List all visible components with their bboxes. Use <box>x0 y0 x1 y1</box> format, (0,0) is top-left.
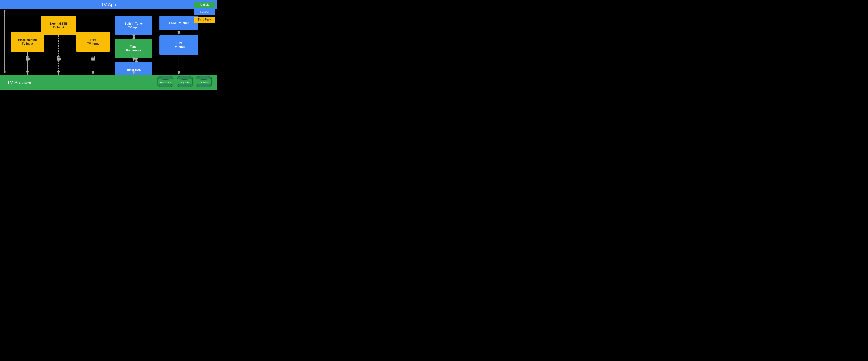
programs-db: Programs <box>177 76 192 89</box>
legend: Android Device Third Party <box>194 2 215 23</box>
iptv-left-box: IPTVTV Input <box>76 32 110 52</box>
builtin-tuner-box: Built-in-TunerTV Input <box>115 16 152 35</box>
channels-db-bottom <box>196 84 212 88</box>
database-group: Recordings Programs Channels <box>157 76 212 89</box>
programs-db-top <box>177 76 192 79</box>
programs-db-bottom <box>177 84 192 88</box>
tuner-framework-box: TunerFramework <box>115 39 152 58</box>
lock-iptv-left <box>91 56 95 61</box>
tv-app-header: TV App <box>0 0 217 9</box>
tv-provider-label: TV Provider <box>7 80 31 85</box>
iptv-right-box: IPTVTV Input <box>159 35 198 55</box>
channels-db: Channels <box>196 76 212 89</box>
legend-android: Android <box>194 2 215 8</box>
hdmi-tv-input-box: HDMI TV Input <box>159 16 198 30</box>
lock-external-stb <box>57 56 61 61</box>
diagram-area: Place-shiftingTV Input External STBTV In… <box>0 9 217 75</box>
recordings-db: Recordings <box>157 76 174 89</box>
channels-db-top <box>196 76 212 79</box>
recordings-db-top <box>157 76 174 79</box>
lock-place-shifting <box>26 56 30 61</box>
legend-device: Device <box>194 9 215 15</box>
external-stb-box: External STBTV Input <box>41 16 76 35</box>
tv-provider-footer: TV Provider Recordings Programs Channels <box>0 75 217 90</box>
recordings-db-label: Recordings <box>160 81 171 84</box>
channels-db-label: Channels <box>199 81 209 84</box>
place-shifting-box: Place-shiftingTV Input <box>11 32 44 52</box>
tv-app-title: TV App <box>101 2 116 7</box>
programs-db-label: Programs <box>180 81 190 84</box>
left-vertical-arrow <box>2 9 7 75</box>
legend-thirdparty: Third Party <box>194 17 215 23</box>
recordings-db-bottom <box>157 84 174 88</box>
